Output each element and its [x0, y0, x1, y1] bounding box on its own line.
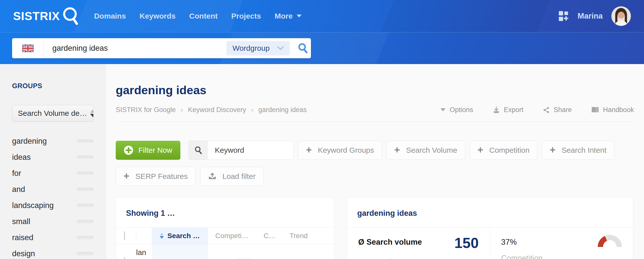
group-bar: [77, 204, 94, 207]
competition-metric: 37% Competition: [490, 228, 633, 259]
column-header-competition[interactable]: Competi…: [208, 232, 256, 240]
filter-now-button[interactable]: Filter Now: [116, 141, 180, 160]
nav-right: Marina: [558, 6, 631, 26]
search-submit-button[interactable]: [295, 38, 311, 58]
uk-flag-icon: [22, 44, 34, 53]
search-volume-label: Ø Search volume: [358, 238, 422, 247]
competition-label: Competition: [501, 254, 622, 259]
group-item-for[interactable]: for: [12, 165, 94, 181]
competition-gauge: [597, 234, 622, 247]
header-divider: [136, 232, 152, 240]
export-button[interactable]: Export: [493, 106, 524, 114]
search-band: gardening ideas Wordgroup: [0, 32, 644, 64]
group-bar: [77, 188, 94, 191]
column-header-trend[interactable]: Trend: [284, 232, 314, 240]
modules-grid-icon[interactable]: [558, 11, 569, 21]
search-icon: [298, 43, 308, 54]
chevron-down-icon: [277, 46, 284, 50]
search-volume-cell: 5,650: [152, 244, 208, 259]
share-button[interactable]: Share: [543, 106, 572, 114]
country-selector[interactable]: [12, 38, 44, 58]
search-volume-metric: Ø Search volume 150 per month: [347, 228, 490, 259]
nav-item-projects[interactable]: Projects: [231, 12, 261, 20]
breadcrumb-separator: ›: [251, 106, 253, 114]
table-header: Search … Competi… C… Trend: [116, 227, 334, 244]
sort-arrows-icon: [90, 110, 94, 117]
wordgroup-select-value: Wordgroup: [232, 44, 270, 53]
keyword-cell[interactable]: lan: [136, 248, 152, 257]
plus-icon: +: [550, 145, 555, 155]
nav-item-keywords[interactable]: Keywords: [140, 12, 176, 20]
group-list: gardening ideas for and landscaping: [12, 133, 94, 259]
chevron-down-icon: [296, 14, 302, 18]
search-volume-sub: per month: [358, 257, 479, 259]
share-icon: [543, 107, 550, 114]
group-bar: [77, 140, 94, 143]
group-item-design[interactable]: design: [12, 246, 94, 259]
group-bar: [77, 252, 94, 255]
group-sort-select[interactable]: Search Volume de…: [12, 105, 94, 122]
competition-cell: 0%: [208, 257, 256, 259]
logo-text: SISTRIX: [13, 9, 60, 23]
main-content: gardening ideas SISTRIX for Google › Key…: [106, 64, 644, 259]
group-bar: [77, 220, 94, 223]
load-filter-button[interactable]: Load filter: [200, 167, 263, 186]
keyword-groups-filter-button[interactable]: +Keyword Groups: [298, 141, 382, 160]
breadcrumb-separator: ›: [181, 106, 183, 114]
breadcrumb-item[interactable]: Keyword Discovery: [188, 106, 246, 114]
plus-icon: +: [394, 145, 400, 155]
keyword-summary-card: gardening ideas Ø Search volume 150 per …: [347, 197, 633, 259]
options-button[interactable]: Options: [440, 106, 473, 114]
group-bar: [77, 156, 94, 159]
plus-icon: +: [477, 145, 483, 155]
upload-tray-icon: [208, 172, 216, 180]
keyword-filter-input[interactable]: Keyword: [188, 141, 294, 160]
page-title: gardening ideas: [116, 83, 634, 97]
competition-filter-button[interactable]: +Competition: [470, 141, 537, 160]
groups-sidebar: GROUPS Search Volume de… gardening ideas…: [0, 64, 106, 259]
filter-bar: Filter Now Keyword +Keyword Groups +Sear…: [116, 141, 634, 160]
filter-bar-row2: +SERP Features Load filter: [116, 167, 634, 186]
cpc-cell: 0.40 €: [256, 257, 284, 259]
search-intent-filter-button[interactable]: +Search Intent: [542, 141, 614, 160]
section-divider: [116, 121, 634, 122]
group-item-gardening[interactable]: gardening: [12, 133, 94, 149]
sistrix-logo[interactable]: SISTRIX: [13, 7, 79, 26]
group-item-and[interactable]: and: [12, 181, 94, 197]
search-volume-value: 150: [454, 236, 479, 250]
breadcrumb: SISTRIX for Google › Keyword Discovery ›…: [116, 106, 307, 114]
keyword-table-card: Showing 1 … Search … Competi… C… Trend: [116, 197, 334, 259]
table-row: lan 5,650 0% 0.40 €: [116, 244, 334, 259]
groups-heading: GROUPS: [12, 82, 94, 90]
group-bar: [77, 236, 94, 239]
sort-icon: [160, 233, 164, 239]
top-nav: SISTRIX Domains Keywords Content Project…: [0, 0, 644, 32]
search-icon: [189, 141, 208, 160]
search-volume-filter-button[interactable]: +Search Volume: [386, 141, 465, 160]
group-bar: [77, 172, 94, 175]
group-item-raised[interactable]: raised: [12, 230, 94, 246]
nav-item-domains[interactable]: Domains: [94, 12, 126, 20]
breadcrumb-item[interactable]: SISTRIX for Google: [116, 106, 176, 114]
nav-item-more[interactable]: More: [275, 12, 302, 20]
user-name[interactable]: Marina: [578, 12, 603, 21]
nav-item-content[interactable]: Content: [189, 12, 218, 20]
main-menu: Domains Keywords Content Projects More: [94, 12, 302, 20]
column-header-cpc[interactable]: C…: [256, 232, 284, 240]
handbook-button[interactable]: Handbook: [591, 106, 634, 114]
logo-magnifier-icon: [62, 7, 79, 26]
user-avatar[interactable]: [611, 6, 631, 26]
page-actions: Options Export Share: [440, 106, 634, 114]
sistrix-app: SISTRIX Domains Keywords Content Project…: [0, 0, 644, 259]
plus-icon: +: [124, 171, 129, 181]
group-item-small[interactable]: small: [12, 214, 94, 230]
column-header-search-volume[interactable]: Search …: [152, 228, 208, 244]
serp-features-filter-button[interactable]: +SERP Features: [116, 167, 195, 186]
nav-sheen-dark: [381, 0, 550, 32]
group-item-landscaping[interactable]: landscaping: [12, 197, 94, 214]
select-all-checkbox[interactable]: [124, 231, 125, 240]
wordgroup-select[interactable]: Wordgroup: [226, 41, 290, 56]
row-checkbox[interactable]: [124, 257, 125, 259]
group-item-ideas[interactable]: ideas: [12, 149, 94, 165]
search-input[interactable]: gardening ideas: [44, 44, 226, 53]
